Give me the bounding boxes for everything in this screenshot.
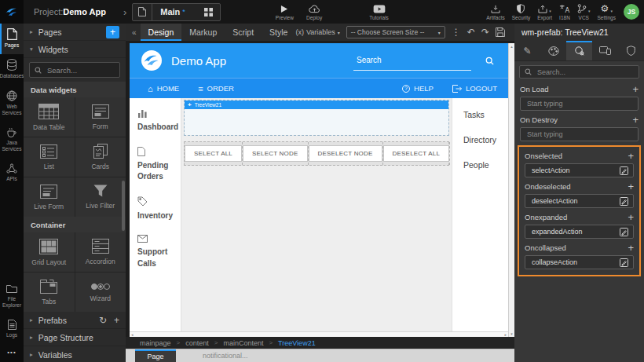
- rail-item-databases[interactable]: Databases: [0, 54, 24, 85]
- tab-markup-pencil[interactable]: ✎: [514, 41, 540, 60]
- redo-icon[interactable]: ↷: [481, 27, 489, 37]
- breadcrumb-content[interactable]: content: [185, 339, 209, 347]
- widget-tile-wizard[interactable]: Wizard: [75, 272, 126, 312]
- widget-tile-accordion[interactable]: Accordion: [75, 232, 126, 272]
- edit-action-icon[interactable]: [620, 258, 628, 267]
- tab-devices[interactable]: [592, 41, 618, 60]
- deploy-button[interactable]: Deploy: [306, 4, 322, 20]
- kebab-menu-icon[interactable]: ⋮: [452, 27, 461, 37]
- add-event-button[interactable]: +: [632, 115, 639, 125]
- treeview-widget-header[interactable]: + TreeView21: [185, 101, 448, 109]
- user-avatar[interactable]: JS: [624, 4, 639, 20]
- i18n-button[interactable]: A I18N: [559, 4, 570, 20]
- save-icon[interactable]: [496, 27, 505, 37]
- section-pages[interactable]: ▸ Pages +: [24, 24, 126, 41]
- app-search-field[interactable]: [353, 50, 471, 71]
- section-prefabs[interactable]: ▸ Prefabs ↻ +: [24, 312, 126, 329]
- variables-dropdown[interactable]: (x) Variables ▾: [295, 28, 339, 36]
- tab-design[interactable]: Design: [141, 24, 182, 41]
- undo-icon[interactable]: ↶: [467, 27, 475, 37]
- button-cell[interactable]: DESELECT ALL: [383, 142, 451, 165]
- add-event-button[interactable]: +: [632, 84, 639, 94]
- button-cell[interactable]: SELECT ALL: [185, 142, 243, 165]
- add-event-button[interactable]: +: [628, 243, 634, 253]
- section-page-structure[interactable]: ▸ Page Structure: [24, 329, 126, 346]
- oncollapsed-action-input[interactable]: [530, 258, 617, 267]
- widget-tile-cards[interactable]: Cards: [75, 137, 126, 177]
- tab-style[interactable]: Style: [262, 24, 295, 41]
- more-options-button[interactable]: •••: [0, 344, 24, 362]
- tab-markup[interactable]: Markup: [181, 24, 225, 41]
- tab-security[interactable]: [618, 41, 644, 60]
- on-load-input[interactable]: [525, 99, 633, 108]
- artifacts-button[interactable]: Artifacts: [486, 4, 504, 20]
- wavemaker-logo[interactable]: [0, 0, 24, 24]
- leftnav-support-calls[interactable]: Support Calls: [137, 235, 177, 269]
- settings-button[interactable]: ⚙▾ Settings: [598, 4, 617, 20]
- deselect-node-button[interactable]: DESELECT NODE: [309, 145, 382, 162]
- widget-tile-live-form[interactable]: Live Form: [24, 177, 75, 217]
- nav-help[interactable]: ? HELP: [402, 84, 434, 93]
- page-tab[interactable]: Page: [135, 349, 176, 362]
- breadcrumb-maincontent[interactable]: mainContent: [223, 339, 263, 347]
- vcs-button[interactable]: ▾ VCS: [577, 4, 591, 20]
- events-search-input[interactable]: [536, 68, 624, 77]
- rail-item-apis[interactable]: APIs: [0, 159, 24, 188]
- section-widgets[interactable]: ▾ Widgets: [24, 41, 126, 58]
- nav-logout[interactable]: LOGOUT: [452, 84, 497, 93]
- page-tab-main[interactable]: Main *: [132, 3, 221, 21]
- rightnav-people[interactable]: People: [463, 160, 508, 170]
- refresh-icon[interactable]: ↻: [99, 315, 107, 326]
- canvas-horizontal-scrollbar[interactable]: ◂ ▸: [130, 331, 508, 337]
- screen-size-select[interactable]: -- Choose Screen Size -- ▾: [346, 26, 445, 38]
- treeview-widget-selected[interactable]: + TreeView21: [184, 100, 449, 136]
- left-panel-scrollbar[interactable]: [122, 181, 125, 231]
- tab-styles[interactable]: [540, 41, 566, 60]
- collapse-left-panel-button[interactable]: «: [128, 28, 141, 37]
- tutorials-button[interactable]: Tutorials: [369, 4, 389, 20]
- on-destroy-input[interactable]: [525, 130, 633, 139]
- rail-item-pages[interactable]: Pages: [0, 24, 24, 54]
- select-all-button[interactable]: SELECT ALL: [185, 145, 242, 162]
- add-event-button[interactable]: +: [628, 212, 634, 222]
- breadcrumb-treeview21[interactable]: TreeView21: [278, 339, 316, 347]
- widget-tile-tabs[interactable]: Tabs: [24, 272, 75, 312]
- onexpanded-action-input[interactable]: [530, 227, 617, 236]
- rightnav-tasks[interactable]: Tasks: [463, 110, 508, 119]
- preview-button[interactable]: Preview: [276, 4, 294, 20]
- widget-tile-data-table[interactable]: Data Table: [24, 97, 75, 137]
- ondeselected-action-input[interactable]: [530, 196, 617, 206]
- edit-action-icon[interactable]: [620, 197, 628, 206]
- widget-tile-live-filter[interactable]: Live Filter: [75, 177, 126, 217]
- widget-tile-form[interactable]: Form: [75, 97, 126, 137]
- treeview-widget-body[interactable]: [185, 109, 448, 135]
- nav-home[interactable]: ⌂ HOME: [148, 84, 179, 93]
- rail-item-java-services[interactable]: Java Services: [0, 122, 24, 159]
- nav-order[interactable]: ≡ ORDER: [198, 84, 234, 93]
- button-cell[interactable]: DESELECT NODE: [309, 142, 383, 165]
- widget-tile-list[interactable]: List: [24, 137, 75, 177]
- tab-events[interactable]: [566, 41, 592, 60]
- add-event-button[interactable]: +: [628, 151, 634, 161]
- select-node-button[interactable]: SELECT NODE: [243, 145, 308, 162]
- leftnav-inventory[interactable]: Inventory: [137, 196, 177, 222]
- security-button[interactable]: Security: [512, 4, 530, 20]
- breadcrumb-mainpage[interactable]: mainpage: [140, 339, 171, 347]
- edit-action-icon[interactable]: [620, 228, 628, 236]
- rail-item-logs[interactable]: Logs: [0, 315, 24, 344]
- tab-script[interactable]: Script: [225, 24, 262, 41]
- widget-tile-grid-layout[interactable]: Grid Layout: [24, 232, 75, 272]
- leftnav-pending-orders[interactable]: Pending Orders: [137, 147, 177, 183]
- add-page-button[interactable]: +: [106, 26, 119, 38]
- export-button[interactable]: ▾ Export: [537, 4, 552, 20]
- app-search-input[interactable]: [355, 55, 470, 65]
- onselected-action-input[interactable]: [530, 166, 617, 175]
- edit-action-icon[interactable]: [620, 166, 628, 175]
- search-icon[interactable]: [485, 57, 494, 65]
- add-event-button[interactable]: +: [628, 181, 634, 192]
- button-cell[interactable]: SELECT NODE: [243, 142, 309, 165]
- leftnav-dashboard[interactable]: Dashboard: [137, 108, 177, 133]
- canvas-vertical-scrollbar[interactable]: ▴ ▾: [508, 43, 514, 337]
- section-variables[interactable]: ▸ Variables: [24, 346, 126, 362]
- widget-search-input[interactable]: [46, 65, 118, 75]
